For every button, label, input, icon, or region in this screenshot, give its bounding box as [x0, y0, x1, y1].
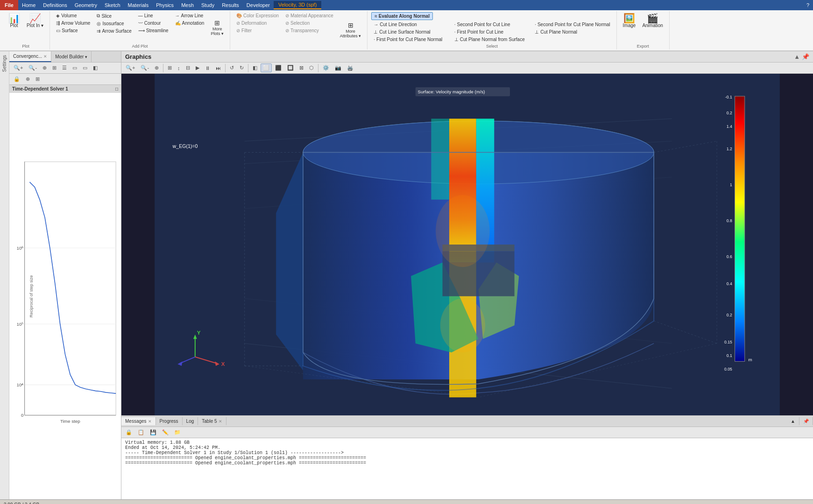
gfx-camera[interactable]: 📷: [332, 63, 344, 72]
cut-line-direction-button[interactable]: → Cut Line Direction: [371, 21, 451, 28]
menu-developer[interactable]: Developer: [243, 1, 274, 9]
messages-tab-close[interactable]: ✕: [148, 419, 152, 424]
deformation-button[interactable]: ⊘ Deformation: [234, 20, 281, 27]
streamline-button[interactable]: ⟿ Streamline: [136, 27, 171, 34]
first-point-cut-line-button[interactable]: · First Point for Cut Line: [452, 28, 532, 35]
graphics-pin-btn[interactable]: 📌: [802, 53, 809, 60]
ribbon-group-plot: 📊 Plot 📈 Plot In ▾ Plot: [2, 11, 50, 49]
menu-physics[interactable]: Physics: [152, 1, 177, 9]
list-btn[interactable]: ☰: [60, 63, 69, 72]
color-expression-button[interactable]: 🎨 Color Expression: [234, 12, 281, 19]
gfx-sel1[interactable]: ↕: [175, 64, 183, 72]
gfx-zoom-out[interactable]: 🔍-: [138, 63, 151, 72]
menu-materials[interactable]: Materials: [124, 1, 153, 9]
gfx-zoom-fit[interactable]: ⊕: [152, 63, 161, 72]
contour-button[interactable]: 〰 Contour: [136, 20, 171, 27]
messages-tab[interactable]: Messages ✕: [121, 417, 156, 425]
evaluate-along-normal-button[interactable]: ≈ Evaluate Along Normal: [371, 12, 433, 20]
active-tab[interactable]: Velocity, 3D (spf): [274, 1, 321, 9]
gfx-sel2[interactable]: ⊟: [184, 63, 192, 72]
menu-home[interactable]: Home: [18, 1, 39, 9]
msg-lock-btn[interactable]: 🔒: [123, 428, 134, 437]
convergence-tab-close[interactable]: ✕: [43, 54, 47, 59]
model-builder-dropdown[interactable]: ▾: [85, 55, 87, 59]
zoom-in-btn[interactable]: 🔍+: [11, 63, 25, 72]
msg-edit-btn[interactable]: ✏️: [160, 428, 171, 437]
gfx-sel3[interactable]: ▶: [193, 63, 202, 72]
rect2-btn[interactable]: ▭: [80, 63, 90, 72]
solver-collapse-icon[interactable]: □: [115, 86, 118, 91]
volume-button[interactable]: ◈ Volume: [54, 12, 92, 19]
arrow-surface-button[interactable]: ⇉ Arrow Surface: [94, 28, 134, 35]
table5-tab[interactable]: Table 5 ✕: [198, 417, 226, 425]
gfx-view2[interactable]: ⬜: [261, 63, 272, 72]
help-button[interactable]: ?: [803, 1, 813, 9]
rect-btn[interactable]: ▭: [70, 63, 79, 72]
table5-close[interactable]: ✕: [219, 419, 222, 424]
annotation-button[interactable]: ✍ Annotation: [173, 20, 207, 27]
gfx-view6[interactable]: ⬡: [307, 63, 316, 72]
menu-geometry[interactable]: Geometry: [71, 1, 101, 9]
isosurface-button[interactable]: ◎ Isosurface: [94, 20, 134, 27]
second-point-cut-plane-normal-button[interactable]: · Second Point for Cut Plane Normal: [532, 21, 612, 28]
add-btn[interactable]: ⊕: [23, 75, 32, 84]
gfx-grid[interactable]: ⊞: [165, 63, 174, 72]
graphics-collapse-btn[interactable]: ▲: [794, 53, 800, 60]
lock-btn[interactable]: 🔒: [11, 75, 22, 84]
msg-save-btn[interactable]: 💾: [148, 428, 159, 437]
filter-button[interactable]: ⊘ Filter: [234, 27, 281, 34]
log-tab[interactable]: Log: [183, 417, 198, 425]
plot-in-button[interactable]: 📈 Plot In ▾: [24, 12, 46, 29]
gfx-view3[interactable]: ⬛: [273, 63, 284, 72]
cut-plane-normal-button[interactable]: ⊥ Cut Plane Normal: [532, 28, 612, 35]
arrow-volume-button[interactable]: ⇶ Arrow Volume: [54, 20, 92, 27]
arrow-line-button[interactable]: → Arrow Line: [173, 12, 207, 19]
gfx-view5[interactable]: ⊠: [297, 63, 306, 72]
settings-label[interactable]: Settings: [0, 51, 8, 76]
grid-btn[interactable]: ⊞: [50, 63, 59, 72]
image-button[interactable]: 🖼️ Image: [621, 12, 638, 29]
cut-line-surface-normal-button[interactable]: ⊥ Cut Line Surface Normal: [371, 28, 451, 35]
graphics-viewport[interactable]: Y X w_EG(1)=0 Surface: Velocity magnitud…: [121, 74, 813, 415]
more-plots-button[interactable]: ⊞ MorePlots ▾: [208, 18, 226, 37]
menu-study[interactable]: Study: [198, 1, 218, 9]
surface-button[interactable]: ▭ Surface: [54, 27, 92, 34]
zoom-fit-btn[interactable]: ⊕: [40, 63, 49, 72]
menu-sketch[interactable]: Sketch: [101, 1, 124, 9]
animation-button[interactable]: 🎬 Animation: [640, 12, 665, 29]
transparency-button[interactable]: ⊘ Transparency: [283, 27, 336, 34]
gfx-refresh[interactable]: ↺: [227, 63, 236, 72]
gfx-sel4[interactable]: ⏸: [203, 64, 212, 72]
gfx-view4[interactable]: 🔲: [285, 63, 296, 72]
menu-mesh[interactable]: Mesh: [177, 1, 198, 9]
grid2-btn[interactable]: ⊞: [33, 75, 42, 84]
model-builder-tab[interactable]: Model Builder ▾: [51, 51, 92, 62]
material-appearance-button[interactable]: ⊘ Material Appearance: [283, 12, 336, 19]
msg-folder-btn[interactable]: 📁: [172, 428, 183, 437]
msg-copy-btn[interactable]: 📋: [135, 428, 147, 437]
menu-results[interactable]: Results: [218, 1, 243, 9]
file-menu[interactable]: File: [0, 0, 18, 10]
bottom-toolbar: 🔒 📋 💾 ✏️ 📁: [121, 427, 813, 438]
zoom-out-btn[interactable]: 🔍-: [26, 63, 39, 72]
rect3-btn[interactable]: ◧: [91, 63, 100, 72]
line-button[interactable]: — Line: [136, 12, 171, 19]
progress-tab[interactable]: Progress: [156, 417, 183, 425]
bottom-pin-btn[interactable]: 📌: [799, 417, 813, 425]
gfx-settings[interactable]: ⚙️: [320, 63, 332, 72]
gfx-refresh2[interactable]: ↻: [237, 63, 246, 72]
convergence-tab[interactable]: Convergenc... ✕: [9, 51, 51, 62]
slice-button[interactable]: ⧉ Slice: [94, 12, 134, 20]
plot-button[interactable]: 📊 Plot: [6, 12, 22, 29]
menu-definitions[interactable]: Definitions: [39, 1, 71, 9]
gfx-print[interactable]: 🖨️: [345, 63, 356, 72]
gfx-zoom-in[interactable]: 🔍+: [123, 63, 137, 72]
cut-plane-normal-from-surface-button[interactable]: ⊥ Cut Plane Normal from Surface: [452, 36, 532, 43]
selection-button[interactable]: ⊘ Selection: [283, 20, 336, 27]
gfx-sel5[interactable]: ⏭: [213, 64, 223, 72]
bottom-collapse-btn[interactable]: ▲: [787, 417, 799, 425]
gfx-view1[interactable]: ◧: [250, 63, 260, 72]
second-point-cut-line-button[interactable]: · Second Point for Cut Line: [452, 21, 532, 28]
more-attributes-button[interactable]: ⊞ MoreAttributes ▾: [338, 20, 364, 40]
first-point-cut-plane-normal-button[interactable]: · First Point for Cut Plane Normal: [371, 36, 451, 43]
